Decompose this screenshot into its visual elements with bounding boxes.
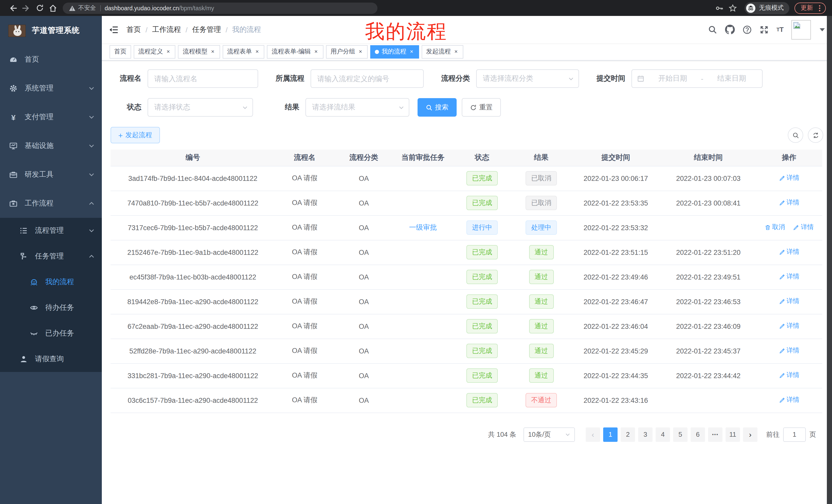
breadcrumb-item[interactable]: 任务管理 bbox=[192, 25, 221, 34]
search-icon bbox=[792, 132, 799, 138]
detail-link[interactable]: 详情 bbox=[793, 223, 814, 232]
pagination-page-button[interactable]: 1 bbox=[603, 427, 618, 442]
detail-link[interactable]: 详情 bbox=[779, 199, 799, 207]
detail-link[interactable]: 详情 bbox=[779, 248, 799, 257]
result-select[interactable]: 请选择流结果 bbox=[306, 98, 409, 117]
github-icon[interactable] bbox=[725, 25, 735, 34]
tab-home[interactable]: 首页 bbox=[109, 45, 131, 58]
sidebar-item-home[interactable]: 首页 bbox=[0, 45, 102, 74]
sidebar-collapse-icon[interactable] bbox=[109, 25, 118, 34]
sidebar-item-todo-tasks[interactable]: 待办任务 bbox=[0, 295, 102, 320]
tab-process-form[interactable]: 流程表单× bbox=[223, 45, 265, 58]
search-icon[interactable] bbox=[708, 25, 717, 34]
browser-forward-icon[interactable] bbox=[20, 1, 33, 15]
scrollbar[interactable] bbox=[827, 16, 832, 504]
tab-user-group[interactable]: 用户分组× bbox=[326, 45, 368, 58]
workflow-submenu: 流程管理 任务管理 我的流程 bbox=[0, 218, 102, 372]
detail-link[interactable]: 详情 bbox=[779, 346, 799, 355]
close-icon[interactable]: × bbox=[165, 48, 171, 55]
pagination-prev-button[interactable]: ‹ bbox=[586, 427, 600, 442]
result-badge: 通过 bbox=[529, 368, 553, 383]
detail-link[interactable]: 详情 bbox=[779, 174, 799, 183]
sidebar-item-process-mgmt[interactable]: 流程管理 bbox=[0, 218, 102, 244]
page-content: 流程名 所属流程 流程分类 请选择流程分类 bbox=[102, 61, 832, 504]
password-key-icon[interactable] bbox=[713, 1, 726, 15]
toggle-search-button[interactable] bbox=[788, 128, 803, 143]
pagination-page-button[interactable]: 11 bbox=[726, 427, 740, 442]
avatar[interactable] bbox=[791, 20, 811, 39]
sidebar-item-devtools[interactable]: 研发工具 bbox=[0, 160, 102, 189]
pagination-page-button[interactable]: 6 bbox=[691, 427, 705, 442]
status-badge: 已完成 bbox=[466, 393, 498, 408]
detail-link[interactable]: 详情 bbox=[779, 322, 799, 331]
close-icon[interactable]: × bbox=[358, 48, 363, 55]
tab-process-model[interactable]: 流程模型× bbox=[178, 45, 220, 58]
search-button[interactable]: 搜索 bbox=[418, 98, 457, 117]
page-unit-label: 页 bbox=[809, 430, 816, 439]
tab-process-form-edit[interactable]: 流程表单-编辑× bbox=[267, 45, 323, 58]
update-button[interactable]: 更新 bbox=[795, 2, 826, 13]
pagination-ellipsis[interactable]: ••• bbox=[708, 427, 723, 442]
pagination-page-button[interactable]: 4 bbox=[656, 427, 670, 442]
detail-link[interactable]: 详情 bbox=[779, 396, 799, 404]
font-size-icon[interactable]: TT bbox=[777, 26, 784, 33]
tab-process-definition[interactable]: 流程定义× bbox=[134, 45, 176, 58]
sidebar-item-workflow[interactable]: 工作流程 bbox=[0, 189, 102, 218]
goto-page-input[interactable] bbox=[783, 427, 806, 442]
process-name-input[interactable] bbox=[148, 69, 258, 88]
close-icon[interactable]: × bbox=[313, 48, 319, 55]
tab-my-process[interactable]: 我的流程× bbox=[370, 45, 419, 58]
pagination-page-button[interactable]: 3 bbox=[638, 427, 653, 442]
start-process-button[interactable]: + 发起流程 bbox=[110, 127, 160, 143]
url-host[interactable]: dashboard.yudao.iocoder.cn bbox=[105, 5, 179, 11]
current-task-link[interactable]: 一级审批 bbox=[409, 223, 437, 231]
sidebar-item-leave-query[interactable]: 请假查询 bbox=[0, 346, 102, 372]
process-category-label: 流程分类 bbox=[439, 74, 476, 83]
yen-icon: ¥ bbox=[9, 113, 18, 121]
process-definition-input[interactable] bbox=[311, 69, 424, 88]
app-logo[interactable]: 芋道管理系统 bbox=[0, 16, 102, 45]
sidebar-item-done-tasks[interactable]: 已办任务 bbox=[0, 320, 102, 346]
help-icon[interactable] bbox=[743, 25, 752, 34]
detail-link[interactable]: 详情 bbox=[779, 371, 799, 380]
security-label[interactable]: 不安全 bbox=[78, 4, 96, 12]
page-size-select[interactable]: 10条/页 bbox=[523, 427, 575, 442]
pagination-next-button[interactable]: › bbox=[743, 427, 757, 442]
sidebar-item-my-process[interactable]: 我的流程 bbox=[0, 269, 102, 295]
address-bar[interactable]: 不安全 dashboard.yudao.iocoder.cn/bpm/task/… bbox=[63, 2, 378, 13]
process-category-select[interactable]: 请选择流程分类 bbox=[476, 69, 579, 88]
bookmark-star-icon[interactable] bbox=[726, 1, 739, 15]
browser-home-icon[interactable] bbox=[46, 1, 60, 15]
browser-reload-icon[interactable] bbox=[33, 1, 46, 15]
chevron-down-icon bbox=[88, 228, 95, 234]
fullscreen-icon[interactable] bbox=[759, 25, 769, 34]
url-path[interactable]: /bpm/task/my bbox=[179, 5, 214, 11]
breadcrumb-item[interactable]: 首页 bbox=[127, 25, 141, 34]
browser-menu-dots-icon[interactable] bbox=[816, 4, 823, 11]
pagination-page-button[interactable]: 5 bbox=[673, 427, 687, 442]
sidebar-item-label: 系统管理 bbox=[25, 84, 53, 93]
avatar-caret-icon[interactable] bbox=[820, 28, 825, 31]
sidebar-item-system[interactable]: 系统管理 bbox=[0, 74, 102, 103]
status-select[interactable]: 请选择状态 bbox=[148, 98, 253, 117]
close-icon[interactable]: × bbox=[210, 48, 215, 55]
tab-start-process[interactable]: 发起流程× bbox=[421, 45, 463, 58]
sidebar-item-payment[interactable]: ¥ 支付管理 bbox=[0, 103, 102, 132]
sidebar-item-infrastructure[interactable]: 基础设施 bbox=[0, 132, 102, 160]
sidebar-item-task-mgmt[interactable]: 任务管理 bbox=[0, 244, 102, 269]
close-icon[interactable]: × bbox=[453, 48, 459, 55]
reset-button[interactable]: 重置 bbox=[462, 98, 501, 117]
cancel-link[interactable]: 取消 bbox=[764, 223, 785, 232]
table-row: 52ffd28e-7b9a-11ec-a290-acde48001122 OA … bbox=[110, 339, 822, 363]
close-icon[interactable]: × bbox=[409, 48, 414, 55]
refresh-table-button[interactable] bbox=[808, 128, 823, 143]
edit-icon bbox=[779, 323, 785, 329]
pagination-page-button[interactable]: 2 bbox=[621, 427, 635, 442]
browser-back-icon[interactable] bbox=[6, 1, 20, 15]
column-header-status: 状态 bbox=[452, 149, 512, 166]
date-range-picker[interactable]: 开始日期 - 结束日期 bbox=[631, 69, 762, 88]
close-icon[interactable]: × bbox=[255, 48, 260, 55]
breadcrumb-item[interactable]: 工作流程 bbox=[152, 25, 181, 34]
detail-link[interactable]: 详情 bbox=[779, 273, 799, 281]
detail-link[interactable]: 详情 bbox=[779, 297, 799, 306]
